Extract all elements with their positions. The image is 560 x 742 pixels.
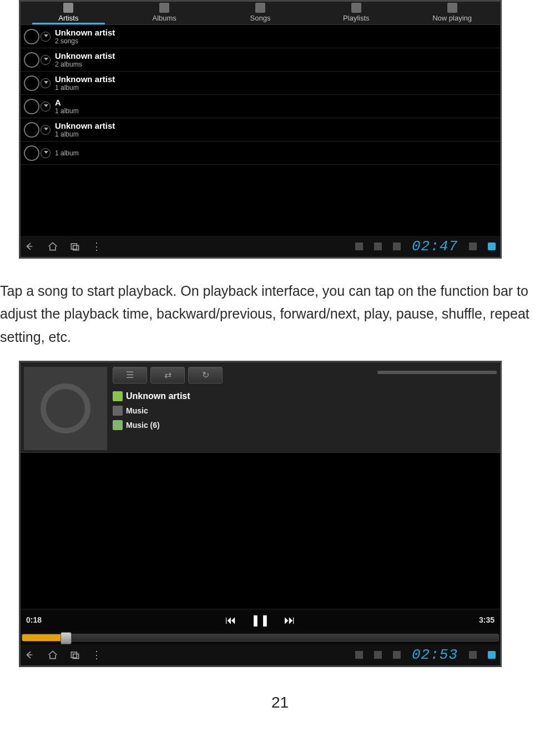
artist-row[interactable]: Unknown artist 2 albums — [21, 48, 500, 72]
tab-artists[interactable]: Artists — [21, 3, 117, 24]
artist-sub: 1 album — [55, 149, 79, 157]
disc-icon — [24, 122, 39, 138]
track-badge-icon — [113, 420, 123, 430]
artist-name: A — [55, 98, 79, 107]
artist-sub: 1 album — [55, 107, 79, 115]
album-art — [24, 367, 107, 450]
now-playing-icon — [447, 3, 457, 13]
now-playing-artist-row[interactable]: Unknown artist — [113, 391, 497, 401]
expand-icon[interactable] — [41, 78, 51, 88]
disc-icon — [24, 29, 39, 44]
screenshot-now-playing: ☰ ⇄ ↻ Unknown artist Music M — [19, 361, 502, 667]
artist-row[interactable]: 1 album — [21, 142, 500, 165]
shuffle-button[interactable]: ⇄ — [150, 367, 185, 383]
home-icon[interactable] — [47, 241, 58, 252]
disc-icon — [24, 52, 39, 68]
disc-icon — [41, 383, 90, 433]
usb-icon — [374, 243, 382, 250]
progress-thumb[interactable] — [60, 632, 72, 644]
usb-icon — [374, 651, 382, 659]
artist-badge-icon — [113, 391, 123, 401]
queue-button[interactable]: ☰ — [113, 367, 147, 383]
microphone-icon — [63, 3, 73, 13]
album-badge-icon — [113, 406, 123, 416]
clock: 02:53 — [412, 647, 458, 663]
disc-icon — [24, 99, 39, 114]
expand-icon[interactable] — [41, 55, 51, 65]
tab-label: Albums — [153, 14, 176, 22]
artist-sub: 2 songs — [55, 37, 115, 45]
battery-icon — [488, 651, 496, 659]
artist-name: Unknown artist — [55, 121, 115, 130]
menu-icon[interactable]: ⋮ — [92, 649, 102, 661]
artist-name: Unknown artist — [55, 28, 115, 37]
system-nav-bar: ⋮ 02:47 — [21, 236, 500, 257]
now-playing-header: ☰ ⇄ ↻ Unknown artist Music M — [21, 362, 500, 453]
disc-icon — [24, 75, 39, 91]
tab-playlists[interactable]: Playlists — [308, 3, 404, 24]
previous-button[interactable]: ⏮ — [225, 614, 236, 627]
next-button[interactable]: ⏭ — [284, 614, 295, 627]
expand-icon[interactable] — [41, 148, 51, 158]
tab-now-playing[interactable]: Now playing — [404, 3, 500, 24]
tab-songs[interactable]: Songs — [213, 3, 309, 24]
back-icon[interactable] — [25, 241, 36, 252]
back-icon[interactable] — [25, 649, 36, 660]
clock: 02:47 — [412, 238, 458, 255]
disc-icon — [24, 145, 39, 161]
system-nav-bar: ⋮ 02:53 — [21, 644, 500, 665]
artist-name: Unknown artist — [55, 51, 115, 60]
menu-icon[interactable]: ⋮ — [92, 240, 102, 253]
now-playing-empty-area — [21, 453, 500, 609]
note-icon — [255, 3, 265, 13]
now-playing-album: Music — [126, 406, 148, 415]
debug-icon — [393, 651, 401, 659]
tab-albums[interactable]: Albums — [117, 3, 213, 24]
now-playing-track: Music (6) — [126, 421, 160, 430]
play-status-icon — [355, 651, 363, 659]
now-playing-artist: Unknown artist — [126, 391, 190, 401]
artist-sub: 1 album — [55, 130, 115, 138]
repeat-button[interactable]: ↻ — [188, 367, 223, 383]
artist-row[interactable]: Unknown artist 1 album — [21, 72, 500, 95]
disc-icon — [159, 3, 169, 13]
wifi-icon — [469, 651, 477, 659]
expand-icon[interactable] — [41, 125, 51, 135]
progress-bar[interactable] — [21, 631, 500, 644]
scroll-thumb[interactable] — [377, 371, 497, 374]
artist-sub: 2 albums — [55, 60, 115, 68]
home-icon[interactable] — [47, 649, 58, 660]
tab-label: Songs — [250, 14, 271, 22]
svg-rect-2 — [71, 652, 77, 658]
page-number: 21 — [0, 694, 560, 711]
artist-row[interactable]: A 1 album — [21, 95, 500, 118]
tab-label: Now playing — [432, 14, 472, 22]
svg-rect-0 — [71, 244, 77, 249]
artist-row[interactable]: Unknown artist 2 songs — [21, 25, 500, 48]
tab-label: Playlists — [343, 14, 370, 22]
now-playing-track-row[interactable]: Music (6) — [113, 420, 497, 430]
expand-icon[interactable] — [41, 32, 51, 42]
artist-sub: 1 album — [55, 84, 115, 92]
playback-control-bar: 0:18 ⏮ ❚❚ ⏭ 3:35 — [21, 609, 500, 631]
artist-list: Unknown artist 2 songs Unknown artist 2 … — [21, 25, 500, 236]
expand-icon[interactable] — [41, 102, 51, 112]
instruction-text: Tap a song to start playback. On playbac… — [0, 280, 560, 349]
pause-button[interactable]: ❚❚ — [251, 613, 270, 627]
list-icon — [351, 3, 361, 13]
playback-option-bar: ☰ ⇄ ↻ — [113, 367, 497, 383]
progress-fill — [22, 634, 62, 641]
recent-apps-icon[interactable] — [69, 241, 80, 252]
screenshot-artists-list: Artists Albums Songs Playlists Now playi… — [19, 0, 502, 259]
wifi-icon — [469, 243, 477, 250]
debug-icon — [393, 243, 401, 250]
artist-name: Unknown artist — [55, 74, 115, 84]
music-tab-bar: Artists Albums Songs Playlists Now playi… — [21, 2, 500, 25]
tab-label: Artists — [58, 14, 78, 22]
recent-apps-icon[interactable] — [69, 649, 80, 660]
now-playing-album-row[interactable]: Music — [113, 406, 497, 416]
time-elapsed: 0:18 — [26, 615, 42, 624]
time-total: 3:35 — [479, 615, 495, 624]
artist-row[interactable]: Unknown artist 1 album — [21, 118, 500, 142]
battery-icon — [488, 243, 496, 250]
